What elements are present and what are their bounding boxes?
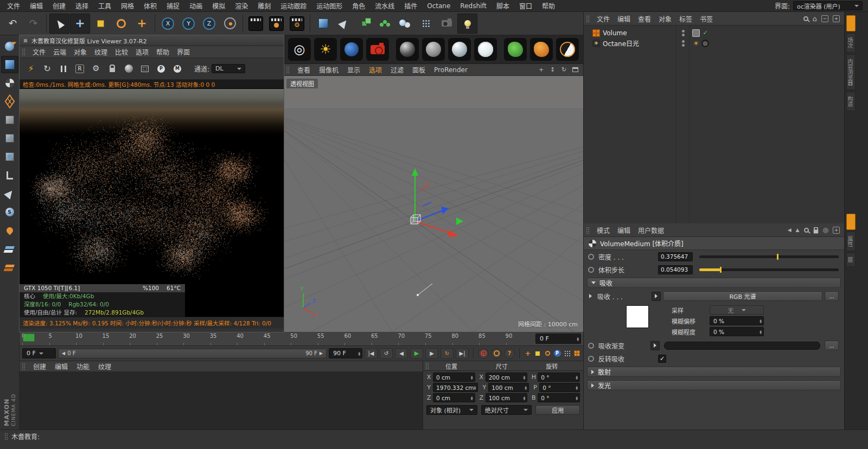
prev-frame-button[interactable]: ◀ [395,348,408,359]
menu-item[interactable]: 帮助 [152,49,173,56]
snap-toggle-button[interactable]: S [1,203,18,221]
dock-tab[interactable]: 层 [846,253,856,267]
prev-key-button[interactable]: ↺ [380,348,393,359]
position-input[interactable]: 0 cm▲▼ [433,393,475,402]
menu-item[interactable]: 文件 [593,14,614,23]
timeline-tick[interactable]: 90 [506,332,533,345]
goto-start-button[interactable]: |◀ [365,348,378,359]
point-mode-button[interactable] [1,111,18,129]
absorption-expand-button[interactable] [652,292,661,301]
menu-item[interactable]: 动画 [184,1,207,10]
position-input[interactable]: 1970.332 cm▲▼ [433,383,478,392]
current-frame-input[interactable]: 0 F ▲▼ [535,333,581,344]
viewport-zoom-icon[interactable]: ↕ [548,66,557,74]
timeline-tick[interactable]: 65 [371,332,398,345]
menu-item[interactable]: 标签 [675,14,696,23]
stepper-icon[interactable]: ▲▼ [760,330,762,334]
octane-object-tag[interactable] [692,29,700,37]
pick-focus-button[interactable]: P [154,62,168,76]
mix-material-button[interactable] [556,38,579,61]
menu-item[interactable]: 体积 [139,1,162,10]
key-scale-button[interactable] [534,348,541,359]
key-pla-button[interactable] [563,348,571,359]
pick-material-button[interactable]: M [170,62,184,76]
object-row-volume[interactable]: Volume ✓ [584,28,844,38]
menu-item[interactable]: 纹理 [91,49,111,56]
timeline-tick[interactable]: 75 [425,332,452,345]
menu-item[interactable]: 比较 [111,49,132,56]
end-frame-input[interactable]: 90 F ▲▼ [329,348,362,358]
timeline-tick[interactable]: 25 [156,332,183,345]
start-frame-input[interactable]: 0 F [22,348,56,358]
absorption-section-header[interactable]: 吸收 [587,278,841,288]
keying-settings-button[interactable] [573,348,580,359]
visibility-dots[interactable] [678,30,688,36]
size-mode-dropdown[interactable]: 绝对尺寸 [481,405,532,415]
timeline-tick[interactable]: 70 [398,332,425,345]
menu-item[interactable]: 面板 [408,65,430,74]
viewport-solo-button[interactable] [1,222,18,239]
panel-handle[interactable] [586,227,590,234]
menu-item[interactable]: 帮助 [537,1,560,10]
reset-button[interactable]: R [73,62,87,76]
octane-arealight-button[interactable] [340,38,363,61]
lock-resolution-button[interactable] [105,62,119,76]
environment-button[interactable] [504,38,527,61]
octane-target-button[interactable]: ◎ [288,38,311,61]
coordinate-mode-dropdown[interactable]: 对象 (相对) [426,405,477,415]
search-icon[interactable] [804,228,809,233]
workplane-mode-button[interactable] [1,93,18,110]
scale-tool-button[interactable] [91,14,111,34]
menu-item[interactable]: 窗口 [514,1,537,10]
blur-amount-input[interactable]: 0 %▲▼ [710,327,764,336]
render-view[interactable]: GTX 1050 Ti[T][6.1] %100 61°C 核心 使用/最大:0… [20,89,284,317]
density-slider[interactable] [699,255,839,258]
menu-item[interactable]: 网格 [116,1,139,10]
timeline-tick[interactable]: 55 [317,332,344,345]
range-right-arrow-icon[interactable]: ▶ [320,351,323,356]
rotate-tool-button[interactable] [111,14,131,34]
material-list[interactable] [20,372,423,429]
diffuse-material-button[interactable] [396,38,419,61]
autokey-button[interactable] [491,348,502,359]
key-position-button[interactable]: + [524,348,532,359]
collapse-icon[interactable]: − [821,15,828,22]
texture-environment-button[interactable] [530,38,553,61]
restart-render-button[interactable]: ⚡ [24,62,38,76]
search-icon[interactable] [803,16,808,21]
gradient-more-button[interactable]: ... [825,341,839,350]
new-panel-icon[interactable]: + [833,227,840,234]
timeline-ruler[interactable]: 051015202530354045505560657075808590 0 F… [20,332,583,346]
timeline-tick[interactable]: 40 [237,332,264,345]
timeline-tick[interactable]: 10 [75,332,103,345]
stepper-icon[interactable]: ▲▼ [760,319,762,323]
menu-item[interactable]: 选项 [365,65,386,74]
size-input[interactable]: 100 cm▲▼ [488,383,529,392]
parent-up-icon[interactable]: ▲ [796,227,800,233]
record-keyframe-button[interactable] [478,348,489,359]
octane-daylight-button[interactable]: ☀ [314,38,337,61]
menu-item[interactable]: 脚本 [492,1,514,10]
menu-item[interactable]: 查看 [293,65,315,74]
channel-dropdown[interactable]: DL [212,64,245,73]
pause-render-button[interactable] [56,62,71,76]
add-light-button[interactable] [457,14,477,34]
menu-item[interactable]: 捕捉 [162,1,184,10]
keyframe-selection-button[interactable]: ? [504,348,515,359]
menu-item[interactable]: 功能 [72,362,94,371]
solo-hierarchy-button[interactable] [1,259,18,276]
add-cube-button[interactable] [313,14,333,34]
menu-item[interactable]: 用户数据 [634,226,668,235]
step-length-slider[interactable] [699,268,839,271]
add-generator-button[interactable] [354,14,374,34]
density-input[interactable]: 0.375647 [658,252,693,261]
key-parameter-button[interactable]: P [553,348,561,359]
live-viewer-titlebar[interactable]: 木耆教育汉化修复版 Live Viewer 3.07-R2 [20,35,284,46]
last-tool-button[interactable]: + [132,14,152,34]
absorption-color-swatch[interactable] [626,305,649,328]
stepper-icon[interactable]: ▲▼ [358,351,360,356]
viewport[interactable]: Y X Z 透视视图 网格间距 : 10000 cm [284,76,583,332]
playhead[interactable] [23,333,35,342]
range-left-arrow-icon[interactable]: ◀ [62,351,65,356]
model-mode-button[interactable] [1,56,18,73]
